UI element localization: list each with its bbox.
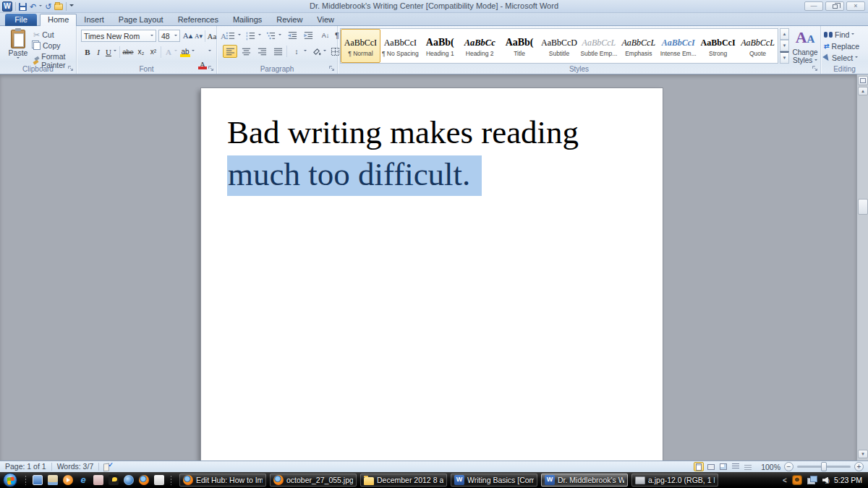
restore-button[interactable] xyxy=(825,1,844,11)
scroll-down-button[interactable]: ▼ xyxy=(858,450,868,458)
internet-explorer-icon[interactable]: e xyxy=(78,475,88,485)
highlight-color-button[interactable]: ab xyxy=(179,46,191,58)
task-button-folder[interactable]: December 2012 8 art... xyxy=(360,474,447,487)
selected-text[interactable]: much too difficult. xyxy=(227,155,482,196)
close-button[interactable]: × xyxy=(846,1,865,11)
copy-button[interactable]: Copy xyxy=(33,41,76,50)
style-heading-2[interactable]: AaBbCc Heading 2 xyxy=(460,29,500,63)
globe-app-icon[interactable] xyxy=(124,475,134,485)
line-spacing-button[interactable]: ↕ xyxy=(289,45,304,58)
minimize-button[interactable]: — xyxy=(804,1,823,11)
styles-dialog-launcher-icon[interactable] xyxy=(811,64,819,72)
save-icon[interactable] xyxy=(19,3,27,11)
zoom-slider[interactable] xyxy=(797,466,851,468)
tab-view[interactable]: View xyxy=(310,14,341,26)
text-effects-button[interactable]: A xyxy=(163,46,174,58)
shading-button[interactable] xyxy=(310,45,324,58)
customize-qat-icon[interactable] xyxy=(69,4,74,9)
superscript-button[interactable]: x² xyxy=(148,46,159,58)
start-button[interactable] xyxy=(3,473,17,487)
fullscreen-reading-view-button[interactable] xyxy=(706,462,716,471)
style-normal[interactable]: AaBbCcI ¶ Normal xyxy=(341,29,380,63)
document-page[interactable]: Bad writing makes reading much too diffi… xyxy=(201,88,663,461)
redo-button[interactable]: ↺ xyxy=(45,1,51,12)
photo-folder-icon[interactable] xyxy=(48,475,58,485)
tab-home[interactable]: Home xyxy=(40,14,77,26)
multilevel-dropdown-icon[interactable] xyxy=(278,34,281,37)
line-spacing-dropdown-icon[interactable] xyxy=(304,50,307,53)
task-button-word-1[interactable]: W Writing Basics [Com... xyxy=(451,474,537,487)
align-right-button[interactable] xyxy=(255,45,269,58)
grow-font-button[interactable]: A▴ xyxy=(182,30,193,42)
media-player-icon[interactable] xyxy=(63,475,73,485)
paste-dropdown-icon[interactable] xyxy=(17,57,20,60)
zoom-in-button[interactable]: + xyxy=(854,462,864,471)
undo-button[interactable]: ↶ xyxy=(30,1,36,12)
page-indicator[interactable]: Page: 1 of 1 xyxy=(0,461,51,472)
print-layout-view-button[interactable] xyxy=(694,462,704,471)
tab-references[interactable]: References xyxy=(171,14,226,26)
zoom-out-button[interactable]: − xyxy=(784,462,793,471)
ruler-toggle-button[interactable] xyxy=(858,76,868,85)
open-recent-icon[interactable] xyxy=(54,4,63,10)
style-emphasis[interactable]: AaBbCcL Emphasis xyxy=(618,29,658,63)
zoom-level[interactable]: 100% xyxy=(761,463,780,471)
taskbar-clock[interactable]: 5:23 PM xyxy=(834,476,862,484)
bullets-button[interactable] xyxy=(223,29,237,42)
file-tab[interactable]: File xyxy=(5,14,37,26)
undo-dropdown-icon[interactable] xyxy=(39,5,42,8)
style-heading-1[interactable]: AaBb( Heading 1 xyxy=(420,29,460,63)
find-button[interactable]: Find xyxy=(824,30,854,39)
word-count[interactable]: Words: 3/7 xyxy=(52,461,99,472)
text-effects-dropdown-icon[interactable] xyxy=(174,50,177,53)
font-family-select[interactable]: Times New Rom xyxy=(81,30,156,42)
increase-indent-button[interactable] xyxy=(301,29,315,42)
show-hidden-icons-button[interactable]: < xyxy=(783,476,787,484)
word-app-icon[interactable]: W xyxy=(2,1,12,12)
tab-page-layout[interactable]: Page Layout xyxy=(111,14,171,26)
tab-review[interactable]: Review xyxy=(269,14,310,26)
show-desktop-icon[interactable] xyxy=(33,475,43,485)
vertical-scrollbar[interactable]: ▲ ▼ xyxy=(856,74,868,461)
taskbar-grip[interactable] xyxy=(25,475,27,485)
decrease-indent-button[interactable] xyxy=(285,29,299,42)
network-tray-icon[interactable] xyxy=(807,476,817,484)
subscript-button[interactable]: x₂ xyxy=(135,46,147,58)
replace-button[interactable]: ⇄ Replace xyxy=(824,42,859,51)
outline-view-button[interactable] xyxy=(731,462,741,471)
taskbar-grip[interactable] xyxy=(170,475,172,485)
multilevel-list-button[interactable] xyxy=(263,29,278,42)
font-size-select[interactable]: 48 xyxy=(158,30,180,42)
dark-app-icon[interactable] xyxy=(109,475,119,485)
style-strong[interactable]: AaBbCcI Strong xyxy=(698,29,738,63)
underline-dropdown-icon[interactable] xyxy=(114,50,116,53)
highlight-dropdown-icon[interactable] xyxy=(192,50,195,53)
clipboard-dialog-launcher-icon[interactable] xyxy=(67,64,75,72)
bullets-dropdown-icon[interactable] xyxy=(238,34,241,37)
scrollbar-thumb[interactable] xyxy=(858,199,868,215)
antivirus-tray-icon[interactable] xyxy=(792,475,802,485)
numbering-button[interactable] xyxy=(243,29,258,42)
volume-tray-icon[interactable]: ))) xyxy=(822,477,829,484)
change-case-button[interactable]: Aa xyxy=(206,30,218,42)
gallery-scroll-down-icon[interactable]: ▼ xyxy=(780,40,789,51)
tab-insert[interactable]: Insert xyxy=(77,14,111,26)
gallery-more-icon[interactable]: ▼ xyxy=(780,51,789,64)
task-button-firefox-2[interactable]: october_27_055.jpg -... xyxy=(270,474,357,487)
white-app-icon[interactable] xyxy=(154,475,164,485)
gallery-scroll-up-icon[interactable]: ▲ xyxy=(780,28,789,40)
style-quote[interactable]: AaBbCcL Quote xyxy=(738,29,778,63)
select-button[interactable]: Select xyxy=(824,53,858,62)
align-center-button[interactable] xyxy=(239,45,253,58)
firefox-icon[interactable] xyxy=(139,475,149,485)
style-subtitle[interactable]: AaBbCcD Subtitle xyxy=(540,29,579,63)
style-intense-emphasis[interactable]: AaBbCcI Intense Em... xyxy=(658,29,698,63)
scroll-up-button[interactable]: ▲ xyxy=(858,87,868,95)
style-title[interactable]: AaBb( Title xyxy=(500,29,540,63)
task-button-word-active[interactable]: W Dr. Middlebrook's Wr... xyxy=(541,474,628,487)
paragraph-dialog-launcher-icon[interactable] xyxy=(328,64,336,72)
zoom-slider-thumb[interactable] xyxy=(821,462,827,471)
italic-button[interactable]: I xyxy=(94,46,103,58)
sort-button[interactable]: A↓ xyxy=(318,29,333,42)
paint-tool-icon[interactable] xyxy=(93,475,103,485)
